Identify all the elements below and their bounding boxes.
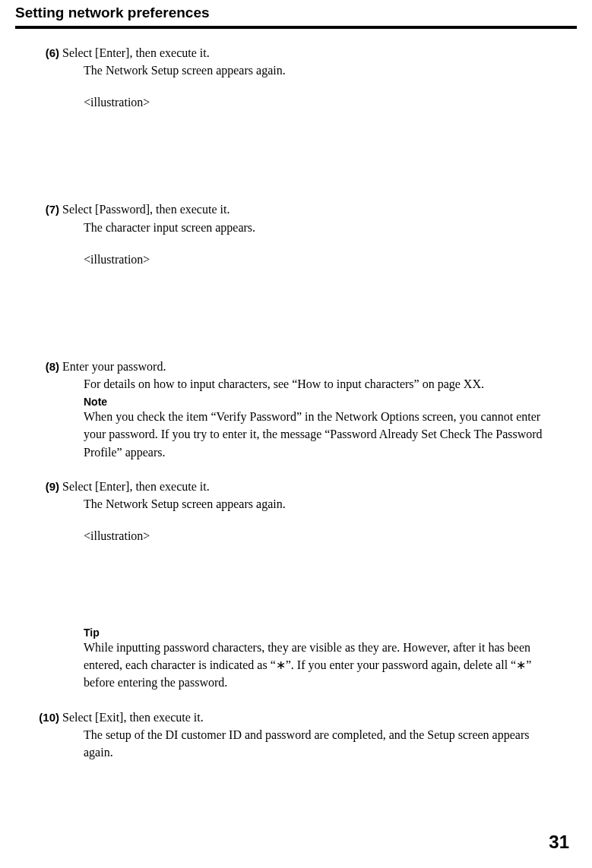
step-number: (6) [38, 46, 59, 59]
note-label: Note [59, 396, 562, 408]
step-instruction: Select [Password], then execute it. [59, 200, 230, 218]
step-detail: For details on how to input characters, … [59, 375, 562, 393]
step-result: The character input screen appears. [59, 219, 562, 236]
step-8: (8) Enter your password. For details on … [59, 358, 562, 461]
illustration-placeholder: <illustration> [59, 529, 562, 543]
page-header: Setting network preferences [0, 0, 592, 29]
step-instruction: Select [Enter], then execute it. [59, 478, 210, 495]
step-number: (8) [38, 360, 59, 373]
step-instruction: Select [Enter], then execute it. [59, 44, 210, 62]
note-body: When you check the item “Verify Password… [59, 408, 562, 461]
illustration-placeholder: <illustration> [59, 253, 562, 267]
step-6: (6) Select [Enter], then execute it. The… [59, 44, 562, 109]
step-9: (9) Select [Enter], then execute it. The… [59, 478, 562, 692]
illustration-placeholder: <illustration> [59, 96, 562, 109]
step-instruction: Select [Exit], then execute it. [59, 709, 204, 726]
tip-body: While inputting password characters, the… [59, 639, 562, 692]
step-result: The Network Setup screen appears again. [59, 495, 562, 513]
step-10: (10) Select [Exit], then execute it. The… [59, 709, 562, 762]
step-result: The setup of the DI customer ID and pass… [59, 726, 562, 761]
tip-label: Tip [59, 627, 562, 639]
step-number: (10) [38, 711, 59, 724]
step-7: (7) Select [Password], then execute it. … [59, 200, 562, 266]
step-instruction: Enter your password. [59, 358, 166, 375]
content-area: (6) Select [Enter], then execute it. The… [0, 29, 592, 761]
step-result: The Network Setup screen appears again. [59, 62, 562, 79]
page-title: Setting network preferences [15, 5, 577, 24]
step-number: (9) [38, 480, 59, 493]
page-number: 31 [549, 832, 569, 853]
step-number: (7) [38, 203, 59, 216]
